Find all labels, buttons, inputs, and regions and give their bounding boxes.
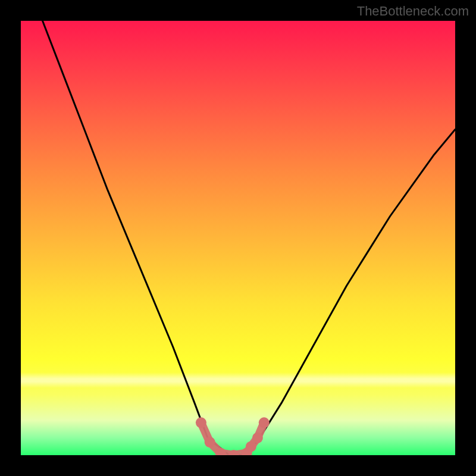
watermark-text: TheBottleneck.com [357,4,469,19]
bottleneck-curve-chart [21,21,455,455]
marker-point [205,437,215,447]
plot-area [21,21,455,455]
marker-point [246,441,256,452]
marker-point [259,417,270,428]
marker-point [196,417,206,428]
curve-line [43,21,456,455]
marker-point [252,433,263,443]
